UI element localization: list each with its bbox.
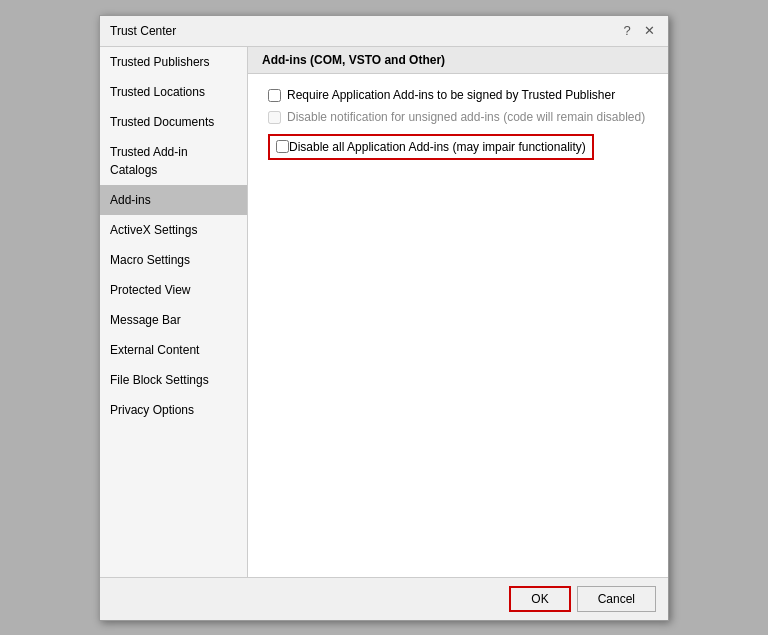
sidebar-item-privacy-options[interactable]: Privacy Options — [100, 395, 247, 425]
section-title: Add-ins (COM, VSTO and Other) — [248, 47, 668, 74]
sidebar-item-trusted-add-in-catalogs[interactable]: Trusted Add-in Catalogs — [100, 137, 247, 185]
checkbox-row-require-signed: Require Application Add-ins to be signed… — [268, 88, 648, 102]
checkbox-row-disable-notification: Disable notification for unsigned add-in… — [268, 110, 648, 124]
checkbox-disable-notification — [268, 111, 281, 124]
sidebar: Trusted PublishersTrusted LocationsTrust… — [100, 47, 248, 577]
sidebar-item-trusted-documents[interactable]: Trusted Documents — [100, 107, 247, 137]
cancel-button[interactable]: Cancel — [577, 586, 656, 612]
checkbox-label-disable-notification: Disable notification for unsigned add-in… — [287, 110, 645, 124]
dialog-title: Trust Center — [110, 24, 176, 38]
sidebar-item-external-content[interactable]: External Content — [100, 335, 247, 365]
trust-center-dialog: Trust Center ? ✕ Trusted PublishersTrust… — [99, 15, 669, 621]
sidebar-item-protected-view[interactable]: Protected View — [100, 275, 247, 305]
close-button[interactable]: ✕ — [640, 22, 658, 40]
content-area: Add-ins (COM, VSTO and Other) Require Ap… — [248, 47, 668, 577]
dialog-footer: OK Cancel — [100, 577, 668, 620]
dialog-body: Trusted PublishersTrusted LocationsTrust… — [100, 47, 668, 577]
ok-button[interactable]: OK — [509, 586, 570, 612]
title-bar-controls: ? ✕ — [618, 22, 658, 40]
checkbox-label-disable-all: Disable all Application Add-ins (may imp… — [289, 140, 586, 154]
checkbox-disable-all[interactable] — [276, 140, 289, 153]
sidebar-item-file-block-settings[interactable]: File Block Settings — [100, 365, 247, 395]
title-bar: Trust Center ? ✕ — [100, 16, 668, 47]
sidebar-item-add-ins[interactable]: Add-ins — [100, 185, 247, 215]
checkbox-label-require-signed: Require Application Add-ins to be signed… — [287, 88, 615, 102]
help-button[interactable]: ? — [618, 22, 636, 40]
sidebar-item-message-bar[interactable]: Message Bar — [100, 305, 247, 335]
sidebar-item-macro-settings[interactable]: Macro Settings — [100, 245, 247, 275]
sidebar-item-trusted-locations[interactable]: Trusted Locations — [100, 77, 247, 107]
checkbox-require-signed[interactable] — [268, 89, 281, 102]
sidebar-item-trusted-publishers[interactable]: Trusted Publishers — [100, 47, 247, 77]
highlight-box-disable-all: Disable all Application Add-ins (may imp… — [268, 134, 594, 160]
content-inner: Require Application Add-ins to be signed… — [248, 74, 668, 174]
sidebar-item-activex-settings[interactable]: ActiveX Settings — [100, 215, 247, 245]
